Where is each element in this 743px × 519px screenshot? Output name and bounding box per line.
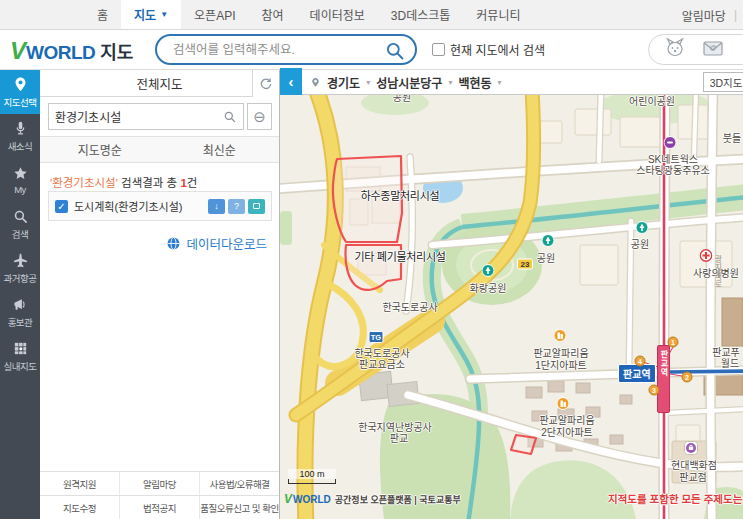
- tab-sort-by-newest[interactable]: 최신순: [160, 137, 280, 162]
- sidebar-item-promotion[interactable]: 홍보관: [0, 290, 40, 334]
- refresh-icon: [259, 77, 273, 91]
- megaphone-icon: [12, 296, 29, 313]
- airplane-icon: [12, 252, 29, 269]
- layer-label: 도시계획(환경기초시설): [74, 198, 205, 214]
- layer-search-button[interactable]: [216, 104, 243, 129]
- map-disclaimer: 지적도를 포함한 모든 주제도는 참고: [608, 491, 743, 506]
- layer-window-button[interactable]: [248, 199, 265, 214]
- sort-tabs: 지도명순 최신순: [40, 136, 279, 163]
- tab-sort-by-name[interactable]: 지도명순: [40, 137, 160, 162]
- panel-title-bar: 전체지도: [40, 70, 279, 97]
- breadcrumb-district[interactable]: 성남시분당구: [376, 74, 442, 91]
- pangyo-station-box: 판교역: [657, 345, 670, 413]
- attribution-text: 공간정보 오픈플랫폼 | 국토교통부: [335, 493, 461, 506]
- clear-search-button[interactable]: ⊖: [247, 103, 272, 130]
- sidebar-item-past-aerial[interactable]: 과거항공: [0, 246, 40, 290]
- chevron-down-icon: ▼: [160, 10, 168, 19]
- sidebar-item-my[interactable]: My: [0, 158, 40, 202]
- scale-label: 100 m: [288, 469, 336, 479]
- sidebar-label: 홍보관: [8, 315, 33, 329]
- footer-map-edit[interactable]: 지도수정: [40, 496, 119, 519]
- vworld-map-app: 홈 지도 ▼ 오픈API 참여 데이터정보 3D데스크톱 커뮤니티 알림마당 |…: [0, 0, 743, 519]
- footer-notice[interactable]: 알림마당: [119, 472, 199, 495]
- main-search-box: [155, 34, 417, 65]
- header-utility-pill: @: [648, 34, 743, 65]
- svg-text:@: @: [709, 43, 716, 50]
- scale-bar: 100 m: [288, 469, 336, 484]
- sidebar-item-news[interactable]: 새소식: [0, 114, 40, 158]
- main-search-input[interactable]: [171, 42, 381, 58]
- vworld-logo[interactable]: V WORLD 지도: [10, 37, 133, 65]
- sidebar-label: 새소식: [8, 139, 33, 153]
- map-canvas[interactable]: 판교역 판교역 1 2 3 4 TG 23 공원 어린이공원 SK네트웍스 스타…: [280, 95, 743, 519]
- logo-suffix: 지도: [100, 38, 133, 64]
- station-box-label: 판교역: [658, 350, 669, 412]
- nav-item-openapi[interactable]: 오픈API: [181, 0, 248, 29]
- search-icon[interactable]: [385, 41, 405, 61]
- result-keyword: '환경기초시설': [50, 177, 118, 189]
- data-download-label: 데이터다운로드: [186, 234, 267, 253]
- sidebar-label: 실내지도: [4, 359, 37, 373]
- result-text: 검색결과 총: [118, 177, 181, 189]
- map-toolbar: ‹ 경기도 ▾ 성남시분당구 ▾ 백현동 ▾ 3D지도: [280, 70, 743, 95]
- attribution-logo-v: V: [284, 492, 292, 506]
- nav-item-notice[interactable]: 알림마당: [682, 7, 726, 24]
- sidebar-label: 지도선택: [4, 95, 37, 109]
- panel-search-row: ⊖: [48, 103, 272, 130]
- breadcrumb: 경기도 ▾ 성남시분당구 ▾ 백현동 ▾: [310, 70, 502, 95]
- footer-legal[interactable]: 법적공지: [119, 496, 199, 519]
- footer-help[interactable]: 사용법/오류해결: [199, 472, 279, 495]
- refresh-button[interactable]: [252, 70, 279, 97]
- attribution-logo-world: WORLD: [293, 494, 331, 505]
- footer-row: 지도수정 법적공지 품질오류신고 및 확인: [40, 495, 279, 519]
- scale-ruler: [288, 479, 336, 484]
- nav-item-map[interactable]: 지도 ▼: [121, 0, 181, 29]
- layer-panel: 전체지도 ⊖ 지도명순 최신순 '환경기초시설' 검색결과 총 1건 ✓ 도시계…: [40, 70, 280, 519]
- search-icon: [12, 208, 29, 225]
- sidebar-item-indoor-map[interactable]: 실내지도: [0, 334, 40, 378]
- mascot-dog-icon[interactable]: [663, 36, 687, 64]
- panel-collapse-button[interactable]: ‹: [280, 68, 302, 95]
- panel-title: 전체지도: [136, 74, 182, 93]
- layer-download-button[interactable]: ↓: [208, 199, 225, 214]
- search-result-summary: '환경기초시설' 검색결과 총 1건: [50, 174, 197, 190]
- nav-item-home[interactable]: 홈: [84, 0, 121, 29]
- nav-divider: |: [734, 8, 737, 22]
- layer-search-box: [48, 103, 244, 130]
- search-in-current-map: 현재 지도에서 검색: [432, 41, 545, 58]
- location-pin-icon: [310, 76, 321, 89]
- breadcrumb-province[interactable]: 경기도: [327, 74, 360, 91]
- data-download-link[interactable]: 데이터다운로드: [166, 234, 267, 253]
- nav-item-datainfo[interactable]: 데이터정보: [297, 0, 378, 29]
- logo-v: V: [10, 37, 26, 65]
- footer-row: 원격지원 알림마당 사용법/오류해결: [40, 471, 279, 495]
- panel-footer: 원격지원 알림마당 사용법/오류해결 지도수정 법적공지 품질오류신고 및 확인: [40, 471, 279, 519]
- current-map-checkbox[interactable]: [432, 43, 445, 56]
- sidebar-label: My: [14, 184, 26, 195]
- result-unit: 건: [187, 177, 198, 189]
- nav-item-3d-desktop[interactable]: 3D데스크톱: [378, 0, 464, 29]
- footer-quality-report[interactable]: 품질오류신고 및 확인: [199, 496, 279, 519]
- sidebar-label: 과거항공: [4, 271, 37, 285]
- breadcrumb-neighborhood[interactable]: 백현동: [458, 74, 491, 91]
- nav-item-community[interactable]: 커뮤니티: [463, 0, 533, 29]
- sidebar-label: 검색: [12, 227, 28, 241]
- window-icon: [253, 203, 260, 209]
- footer-remote-support[interactable]: 원격지원: [40, 472, 119, 495]
- map-attribution: VWORLD 공간정보 오픈플랫폼 | 국토교통부: [284, 492, 461, 506]
- chevron-down-icon: ▾: [366, 78, 370, 87]
- nav-item-participate[interactable]: 참여: [249, 0, 297, 29]
- layer-search-input[interactable]: [49, 110, 216, 124]
- current-map-label: 현재 지도에서 검색: [450, 41, 545, 58]
- mail-icon[interactable]: @: [701, 36, 725, 64]
- sidebar-item-search[interactable]: 검색: [0, 202, 40, 246]
- layer-checkbox[interactable]: ✓: [55, 200, 68, 213]
- tool-sidebar: 지도선택 새소식 My 검색 과거항공 홍보관 실내지도: [0, 70, 40, 519]
- sidebar-item-map-select[interactable]: 지도선택: [0, 70, 40, 114]
- layer-help-button[interactable]: ?: [228, 199, 245, 214]
- map-pin-icon: [12, 76, 29, 93]
- map-3d-button[interactable]: 3D지도: [703, 72, 743, 92]
- chevron-down-icon: ▾: [498, 78, 502, 87]
- map-graphics: [280, 95, 743, 519]
- logo-world: WORLD: [26, 42, 95, 64]
